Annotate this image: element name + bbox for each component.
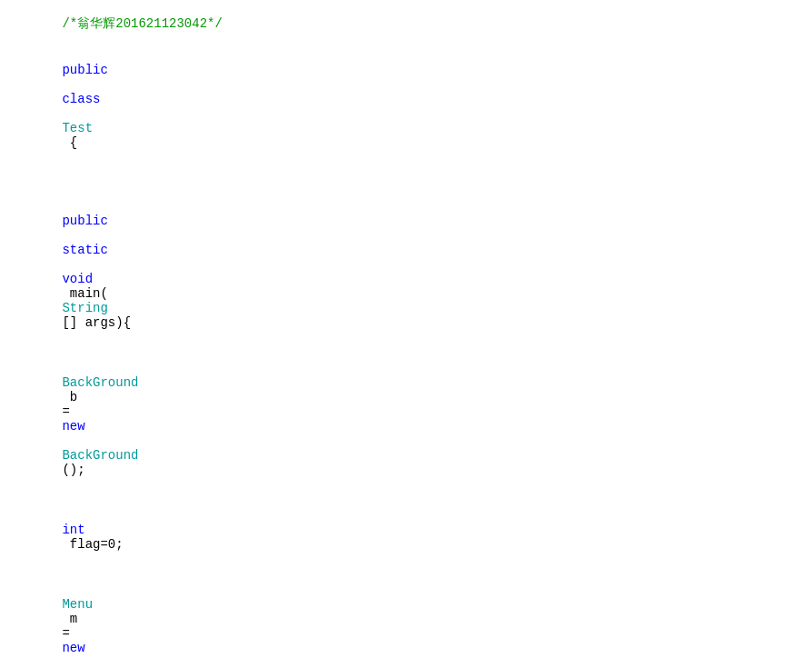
code-line-5: BackGround b = new BackGround (); [0,345,812,493]
code-line-7: Menu m = new Menu (); [0,567,812,668]
code-line-3 [0,165,812,184]
kw-void-4: void [62,272,93,286]
comment-text: /*翁华辉201621123042*/ [62,16,222,31]
code-editor: /*翁华辉201621123042*/ public class Test { … [0,0,812,668]
cls-background: BackGround [62,375,138,390]
line-content-7: Menu m = new Menu (); [13,568,812,668]
code-line-6: int flag=0; [0,493,812,567]
code-line-4: public static void main( String [] args)… [0,184,812,345]
line-content-4: public static void main( String [] args)… [13,184,812,344]
kw-static-4: static [62,243,107,257]
keyword-class: class [62,92,100,106]
line-content-6: int flag=0; [13,494,812,566]
class-name: Test [62,121,93,135]
code-line-1: /*翁华辉201621123042*/ [0,0,812,47]
cls-menu: Menu [62,597,93,612]
kw-new-5: new [62,419,84,434]
kw-public-4: public [62,214,107,228]
cls-background2: BackGround [62,448,138,463]
line-content-3 [13,167,812,182]
code-line-2: public class Test { [0,47,812,165]
keyword-public: public [62,63,107,77]
kw-int-6: int [62,523,84,537]
line-content-2: public class Test { [13,48,812,165]
class-string: String [62,301,107,315]
kw-new-7: new [62,641,84,655]
line-content-1: /*翁华辉201621123042*/ [13,1,812,46]
line-content-5: BackGround b = new BackGround (); [13,346,812,492]
